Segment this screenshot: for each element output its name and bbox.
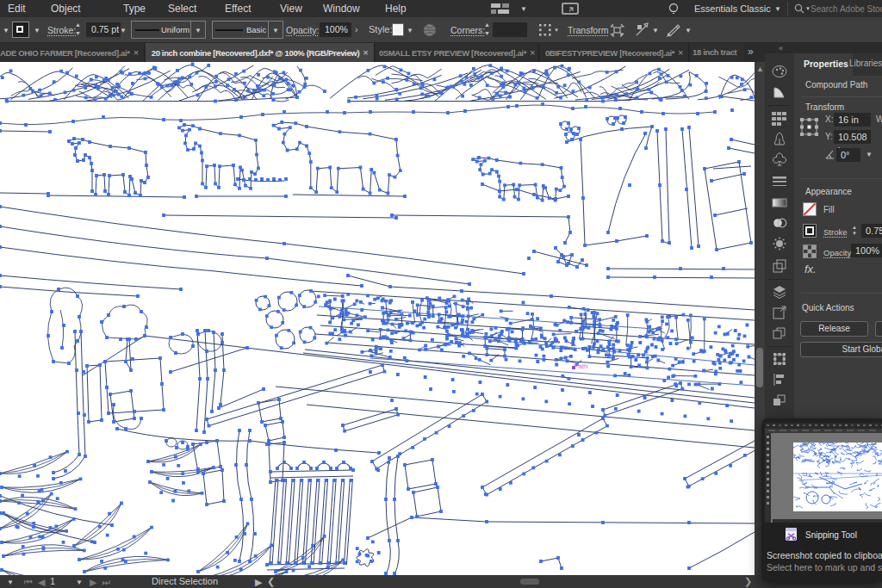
svg-text:Path: Path — [574, 362, 587, 370]
